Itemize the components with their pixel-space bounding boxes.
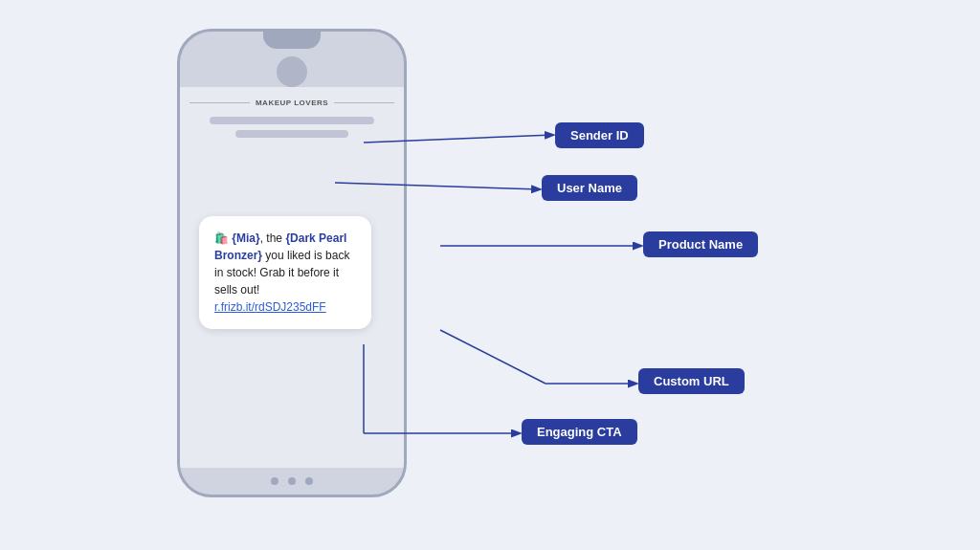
message-emoji: 🛍️ [214, 231, 232, 245]
message-bubble: 🛍️ {Mia}, the {Dark Pearl Bronzer} you l… [199, 216, 371, 329]
product-name-label: Product Name [643, 231, 758, 257]
scene: MAKEUP LOVERS 🛍️ {Mia}, the {Dark Pearl … [0, 0, 980, 550]
user-name-label: User Name [542, 175, 637, 201]
engaging-cta-label: Engaging CTA [522, 419, 637, 445]
phone-screen: MAKEUP LOVERS 🛍️ {Mia}, the {Dark Pearl … [180, 87, 404, 468]
phone-notch [263, 32, 321, 49]
home-dot-1 [271, 477, 278, 485]
phone-camera [277, 56, 307, 87]
sender-line-left [189, 102, 250, 103]
sender-bar: MAKEUP LOVERS [189, 99, 394, 107]
phone-mockup: MAKEUP LOVERS 🛍️ {Mia}, the {Dark Pearl … [177, 29, 407, 497]
custom-url-label: Custom URL [638, 368, 745, 394]
phone-bottom [271, 468, 313, 495]
user-bubble-short [235, 130, 348, 138]
arrows-overlay [0, 0, 980, 550]
home-dot-3 [305, 477, 313, 485]
name-variable: {Mia} [232, 231, 259, 245]
user-bubble-long [210, 117, 373, 124]
message-url[interactable]: r.frizb.it/rdSDJ235dFF [214, 300, 326, 314]
sender-line-right [334, 102, 394, 103]
home-dot-2 [288, 477, 296, 485]
sender-name-text: MAKEUP LOVERS [256, 99, 328, 107]
svg-line-3 [440, 330, 546, 384]
message-text-1: , the [260, 231, 286, 245]
sender-id-label: Sender ID [555, 122, 644, 148]
